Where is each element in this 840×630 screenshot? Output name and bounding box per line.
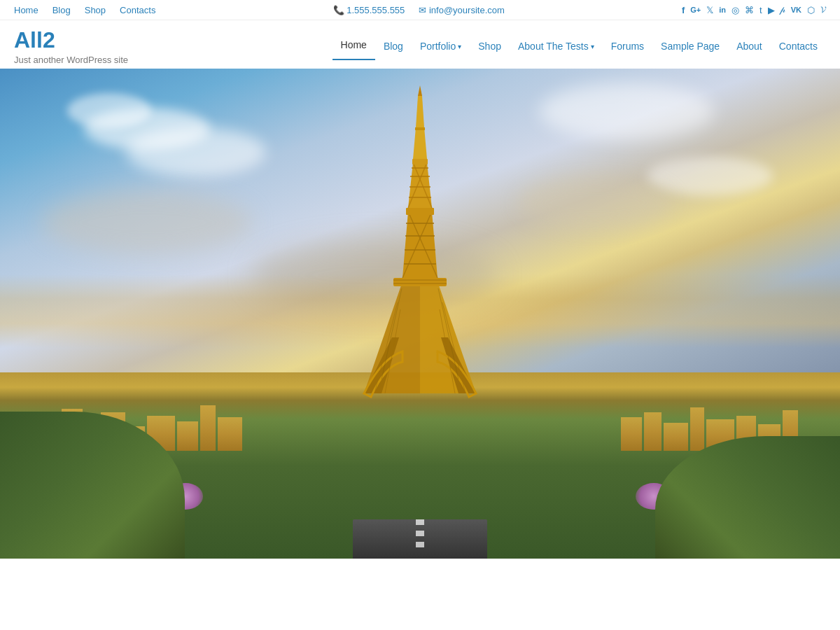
nav-about-tests[interactable]: About The Tests ▾ [510,34,603,60]
svg-rect-17 [415,127,425,130]
nav-shop-label: Shop [478,41,501,52]
linkedin-icon[interactable]: in [719,6,726,14]
nav-contacts-label: Contacts [779,41,818,52]
cloud-5 [647,157,773,195]
houzz-icon[interactable]: ⬡ [807,5,815,15]
vk-icon[interactable]: VK [791,6,802,14]
twitter-icon[interactable]: 𝕏 [706,5,713,15]
nav-blog-label: Blog [384,41,403,52]
top-bar: Home Blog Shop Contacts 📞 1.555.555.555 … [0,0,840,20]
cloud-7 [518,176,672,229]
about-tests-dropdown-icon: ▾ [591,43,594,50]
nav-portfolio-label: Portfolio [420,41,456,52]
email-link[interactable]: ✉ info@yoursite.com [419,5,504,15]
building-r2 [644,412,662,451]
nav-contacts[interactable]: Contacts [771,34,826,60]
site-header: All2 Just another WordPress site Home Bl… [0,20,840,65]
social-icons: f G+ 𝕏 in ◎ ⌘ t ▶ 𝓅 VK ⬡ 𝓥 [682,4,826,15]
cloud-4 [539,83,714,139]
nav-forums-label: Forums [611,41,644,52]
building-8 [200,405,216,451]
svg-rect-16 [412,159,428,164]
facebook-icon[interactable]: f [682,5,685,15]
google-plus-icon[interactable]: G+ [690,6,701,14]
main-nav: Home Blog Portfolio ▾ Shop About The Tes… [332,32,826,60]
topbar-shop-link[interactable]: Shop [85,5,106,15]
nav-forums[interactable]: Forums [603,34,652,60]
nav-home-label: Home [341,39,367,50]
cloud-2 [67,93,151,128]
cloud-6 [42,191,252,254]
phone-link[interactable]: 📞 1.555.555.555 [333,5,405,15]
building-7 [177,421,198,451]
nav-home[interactable]: Home [332,32,375,60]
youtube-icon[interactable]: ▶ [768,5,775,15]
nav-shop[interactable]: Shop [470,34,510,60]
rss-icon[interactable]: ⌘ [745,5,754,15]
tumblr-icon[interactable]: t [760,5,762,15]
building-r4 [690,407,704,451]
building-r1 [621,417,642,451]
phone-icon: 📞 [333,5,344,15]
vimeo-icon[interactable]: 𝓥 [820,4,826,15]
eiffel-tower [343,85,497,421]
topbar-blog-link[interactable]: Blog [52,5,71,15]
email-address: info@yoursite.com [429,5,505,15]
nav-portfolio[interactable]: Portfolio ▾ [412,34,470,60]
road-marking [416,519,424,549]
nav-blog[interactable]: Blog [375,34,412,60]
nav-about-label: About [736,41,762,52]
nav-about-tests-label: About The Tests [518,41,589,52]
svg-rect-9 [406,208,434,215]
instagram-icon[interactable]: ◎ [732,5,739,15]
nav-sample-page-label: Sample Page [661,41,720,52]
hero-image [0,69,840,559]
top-bar-contact: 📞 1.555.555.555 ✉ info@yoursite.com [333,5,505,15]
building-9 [218,417,242,451]
site-tagline: Just another WordPress site [14,55,128,65]
building-r3 [664,423,688,451]
svg-rect-0 [393,278,447,286]
site-title[interactable]: All2 [14,27,55,52]
pinterest-icon[interactable]: 𝓅 [780,4,785,15]
email-icon: ✉ [419,5,426,15]
cloud-3 [126,127,266,176]
phone-number: 1.555.555.555 [346,5,405,15]
top-bar-nav: Home Blog Shop Contacts [14,5,155,15]
topbar-contacts-link[interactable]: Contacts [120,5,155,15]
portfolio-dropdown-icon: ▾ [458,43,461,50]
nav-about[interactable]: About [728,34,771,60]
topbar-home-link[interactable]: Home [14,5,38,15]
nav-sample-page[interactable]: Sample Page [652,34,728,60]
site-branding: All2 Just another WordPress site [14,27,128,65]
